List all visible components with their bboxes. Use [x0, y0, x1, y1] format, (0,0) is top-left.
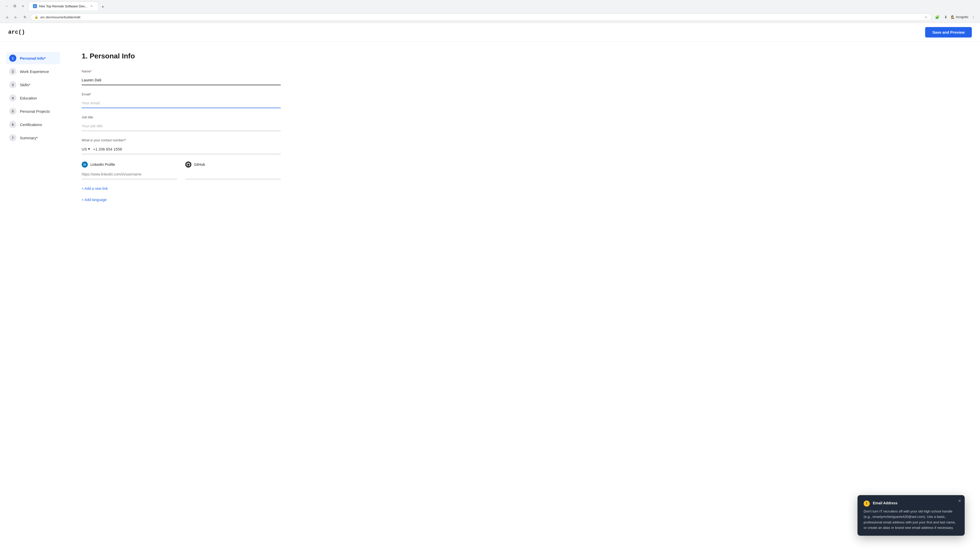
email-input[interactable] — [82, 98, 281, 108]
tab-title: Hire Top Remote Software Dev... — [39, 4, 87, 8]
job-title-input[interactable] — [82, 121, 281, 131]
add-link-button[interactable]: + Add a new link — [82, 186, 108, 191]
github-header: GitHub — [185, 162, 281, 168]
sidebar-label-6: Certifications — [20, 122, 42, 127]
contact-field-group: What is your contact number? US ▾ — [82, 138, 281, 154]
sidebar-label-2: Work Experience — [20, 69, 49, 74]
sidebar-num-1: 1 — [9, 55, 16, 62]
more-button[interactable]: ⋮ — [970, 14, 977, 21]
github-icon — [185, 162, 191, 168]
close-window-button[interactable]: × — [19, 3, 27, 10]
minimize-button[interactable]: − — [3, 3, 10, 10]
sidebar-label-3: Skills* — [20, 83, 30, 87]
incognito-label: Incognito — [956, 15, 968, 19]
sidebar-item-personal-projects[interactable]: 5 Personal Projects — [6, 105, 60, 118]
save-preview-button[interactable]: Save and Preview — [925, 27, 972, 38]
sidebar-item-personal-info[interactable]: 1 Personal Info* — [6, 52, 60, 64]
linkedin-icon: in — [82, 162, 88, 168]
incognito-icon: 🕵 — [951, 15, 955, 19]
github-label: GitHub — [194, 162, 205, 167]
email-field-group: Email* — [82, 92, 281, 108]
restore-button[interactable]: ⧉ — [11, 3, 18, 10]
window-controls: − ⧉ × — [3, 3, 27, 10]
sidebar-label-1: Personal Info* — [20, 56, 46, 60]
tab-bar: a Hire Top Remote Software Dev... × + — [29, 2, 977, 11]
linkedin-header: in LinkedIn Profile — [82, 162, 177, 168]
tab-favicon: a — [33, 4, 37, 8]
email-label: Email* — [82, 92, 281, 96]
extensions-button[interactable]: 🧩 — [934, 14, 941, 21]
browser-chrome: − ⧉ × a Hire Top Remote Software Dev... … — [0, 0, 980, 23]
section-title: 1. Personal Info — [82, 52, 281, 60]
sidebar-item-certifications[interactable]: 6 Certifications — [6, 118, 60, 130]
name-field-group: Name* — [82, 69, 281, 85]
social-links-row: in LinkedIn Profile GitHub — [82, 162, 281, 179]
sidebar-label-7: Summary* — [20, 136, 38, 140]
country-code-text: US — [82, 147, 87, 151]
linkedin-input[interactable] — [82, 170, 177, 179]
tooltip-title: Email Address — [873, 500, 897, 506]
download-button[interactable]: ⬇ — [942, 14, 950, 21]
forward-button[interactable]: ▶ — [12, 14, 19, 21]
lock-icon: 🔒 — [35, 15, 38, 19]
address-bar[interactable]: 🔒 arc.dev/resume/builder/edit ☆ — [30, 14, 932, 21]
job-title-label: Job title — [82, 115, 281, 119]
tooltip-body: Don't turn IT recruiters off with your o… — [864, 509, 959, 530]
sidebar-item-education[interactable]: 4 Education — [6, 92, 60, 104]
main-content: 1 Personal Info* 2 Work Experience 3 Ski… — [0, 42, 980, 542]
sidebar-num-3: 3 — [9, 81, 16, 88]
sidebar: 1 Personal Info* 2 Work Experience 3 Ski… — [0, 42, 66, 542]
refresh-button[interactable]: ↻ — [21, 14, 29, 21]
browser-titlebar: − ⧉ × a Hire Top Remote Software Dev... … — [0, 0, 980, 12]
github-field: GitHub — [185, 162, 281, 179]
sidebar-label-4: Education — [20, 96, 37, 100]
tooltip-header: ! Email Address — [864, 500, 959, 507]
add-language-button[interactable]: + Add language — [82, 198, 107, 202]
job-title-field-group: Job title — [82, 115, 281, 131]
incognito-indicator: 🕵 Incognito — [951, 15, 968, 19]
address-bar-row: ◀ ▶ ↻ 🔒 arc.dev/resume/builder/edit ☆ 🧩 … — [0, 12, 980, 23]
form-area: 1. Personal Info Name* Email* Job title … — [66, 42, 296, 542]
browser-right-icons: 🧩 ⬇ 🕵 Incognito ⋮ — [934, 14, 977, 21]
bookmark-icon: ☆ — [924, 15, 928, 19]
github-input[interactable] — [185, 170, 281, 179]
name-input[interactable] — [82, 75, 281, 85]
linkedin-field: in LinkedIn Profile — [82, 162, 177, 179]
tooltip-close-button[interactable]: × — [958, 498, 961, 503]
tab-close-button[interactable]: × — [89, 4, 94, 8]
sidebar-label-5: Personal Projects — [20, 109, 50, 114]
app-header: arc() Save and Preview — [0, 23, 980, 42]
dropdown-chevron-icon: ▾ — [88, 147, 90, 151]
sidebar-item-skills[interactable]: 3 Skills* — [6, 79, 60, 91]
name-label: Name* — [82, 69, 281, 73]
country-code-selector[interactable]: US ▾ — [82, 147, 93, 151]
phone-input[interactable] — [93, 147, 281, 151]
active-tab[interactable]: a Hire Top Remote Software Dev... × — [29, 2, 98, 11]
sidebar-item-summary[interactable]: 7 Summary* — [6, 132, 60, 144]
new-tab-button[interactable]: + — [99, 3, 107, 11]
contact-label: What is your contact number? — [82, 138, 281, 142]
back-button[interactable]: ◀ — [3, 14, 10, 21]
sidebar-num-6: 6 — [9, 121, 16, 128]
sidebar-num-7: 7 — [9, 134, 16, 141]
address-text: arc.dev/resume/builder/edit — [40, 15, 922, 19]
sidebar-item-work-experience[interactable]: 2 Work Experience — [6, 65, 60, 78]
phone-row: US ▾ — [82, 144, 281, 154]
sidebar-num-5: 5 — [9, 108, 16, 115]
sidebar-num-4: 4 — [9, 94, 16, 102]
sidebar-num-2: 2 — [9, 68, 16, 75]
linkedin-label: LinkedIn Profile — [90, 162, 115, 167]
email-tip-tooltip: × ! Email Address Don't turn IT recruite… — [858, 495, 965, 536]
app-logo: arc() — [8, 29, 25, 35]
tooltip-warning-icon: ! — [864, 500, 870, 507]
